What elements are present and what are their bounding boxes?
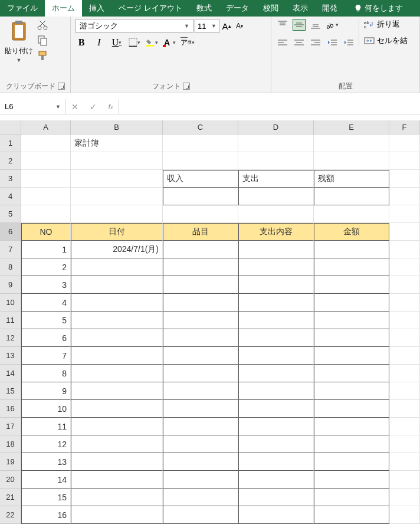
tab-tell-me[interactable]: 何をします [347, 0, 410, 17]
row-header[interactable]: 13 [0, 347, 21, 365]
cell[interactable] [314, 329, 389, 347]
cell[interactable] [314, 418, 389, 435]
cell[interactable] [238, 400, 314, 418]
cell[interactable] [389, 152, 420, 170]
cell[interactable] [71, 276, 163, 294]
increase-font-icon[interactable]: A▴ [221, 20, 232, 32]
tab-view[interactable]: 表示 [286, 0, 315, 17]
cell[interactable] [389, 418, 420, 435]
cell[interactable] [389, 170, 420, 188]
cell[interactable] [238, 471, 314, 489]
align-center-icon[interactable] [293, 37, 306, 48]
font-name-select[interactable]: 游ゴシック▼ [76, 19, 193, 33]
align-bottom-icon[interactable] [309, 19, 322, 31]
cell[interactable]: 5 [21, 312, 71, 329]
cell[interactable]: 16 [21, 506, 71, 524]
align-middle-icon[interactable] [293, 19, 306, 31]
cell[interactable] [71, 400, 163, 418]
cell[interactable] [314, 312, 389, 329]
cell[interactable]: 収入 [163, 170, 238, 188]
cell[interactable] [71, 506, 163, 524]
cell[interactable] [314, 205, 389, 223]
formula-input[interactable] [119, 99, 420, 114]
copy-icon[interactable] [37, 34, 48, 46]
cell[interactable] [71, 205, 163, 223]
row-header[interactable]: 18 [0, 435, 21, 453]
cell[interactable]: 金額 [314, 223, 389, 241]
cell[interactable] [163, 453, 238, 471]
row-header[interactable]: 1 [0, 135, 21, 152]
align-top-icon[interactable] [276, 19, 289, 31]
italic-button[interactable]: I [93, 37, 105, 48]
cell[interactable]: 6 [21, 329, 71, 347]
cell[interactable]: 2 [21, 258, 71, 276]
cell[interactable] [238, 205, 314, 223]
cell[interactable]: 支出 [238, 170, 314, 188]
col-header[interactable]: F [389, 120, 420, 135]
cell[interactable]: 8 [21, 365, 71, 382]
cell[interactable] [163, 135, 238, 152]
cell[interactable] [21, 135, 71, 152]
row-header[interactable]: 10 [0, 294, 21, 312]
cell[interactable] [238, 152, 314, 170]
cell[interactable] [314, 135, 389, 152]
align-right-icon[interactable] [309, 37, 322, 48]
row-header[interactable]: 3 [0, 170, 21, 188]
cell[interactable] [314, 400, 389, 418]
fill-color-button[interactable]: ▾ [146, 37, 158, 48]
cell[interactable] [314, 294, 389, 312]
cell[interactable] [71, 294, 163, 312]
border-button[interactable]: ▾ [129, 37, 140, 48]
row-header[interactable]: 4 [0, 188, 21, 205]
decrease-font-icon[interactable]: A▾ [234, 20, 245, 32]
cell[interactable] [71, 312, 163, 329]
cell[interactable] [71, 152, 163, 170]
row-header[interactable]: 5 [0, 205, 21, 223]
cell[interactable] [389, 294, 420, 312]
cell[interactable] [314, 471, 389, 489]
cell[interactable] [163, 347, 238, 365]
cell[interactable] [314, 453, 389, 471]
cell[interactable] [238, 135, 314, 152]
cell[interactable] [238, 188, 314, 205]
align-left-icon[interactable] [276, 37, 289, 48]
cell[interactable]: 残額 [314, 170, 389, 188]
cell[interactable] [238, 258, 314, 276]
cell[interactable] [389, 241, 420, 258]
cell[interactable]: 11 [21, 418, 71, 435]
tab-page-layout[interactable]: ページ レイアウト [111, 0, 189, 17]
cell[interactable] [314, 276, 389, 294]
cell[interactable] [314, 258, 389, 276]
cell[interactable] [163, 312, 238, 329]
cell[interactable] [163, 489, 238, 506]
cell[interactable]: 日付 [71, 223, 163, 241]
cell[interactable] [163, 418, 238, 435]
row-header[interactable]: 14 [0, 365, 21, 382]
row-header[interactable]: 16 [0, 400, 21, 418]
cell[interactable] [71, 418, 163, 435]
cell[interactable] [238, 435, 314, 453]
cell[interactable] [21, 152, 71, 170]
cell[interactable]: 4 [21, 294, 71, 312]
row-header[interactable]: 20 [0, 471, 21, 489]
cell[interactable]: 7 [21, 347, 71, 365]
cell[interactable] [238, 365, 314, 382]
cell[interactable] [71, 489, 163, 506]
cell[interactable] [21, 170, 71, 188]
tab-data[interactable]: データ [219, 0, 256, 17]
cell[interactable] [389, 365, 420, 382]
cell[interactable] [163, 435, 238, 453]
underline-button[interactable]: U ▾ [111, 37, 123, 48]
cell[interactable] [389, 135, 420, 152]
cell[interactable] [238, 506, 314, 524]
cell[interactable]: 支出内容 [238, 223, 314, 241]
cell[interactable] [314, 489, 389, 506]
cell[interactable] [163, 205, 238, 223]
cell[interactable] [238, 382, 314, 400]
cell[interactable] [389, 400, 420, 418]
tab-insert[interactable]: 挿入 [82, 0, 111, 17]
cell[interactable] [314, 435, 389, 453]
cell[interactable] [163, 506, 238, 524]
paste-button[interactable]: 貼り付け ▼ [5, 19, 33, 63]
enter-icon[interactable]: ✓ [90, 102, 97, 112]
